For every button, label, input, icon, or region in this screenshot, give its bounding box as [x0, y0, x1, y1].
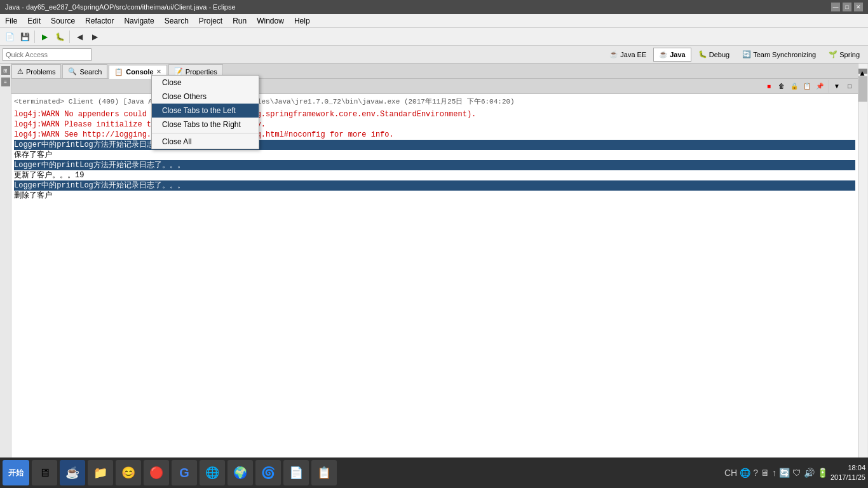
editor-area: ⚠ Problems 🔍 Search 📋 Console ✕ 📝 Proper… [11, 64, 858, 469]
toolbar: 📄 💾 ▶ 🐛 ◀ ▶ [0, 28, 868, 46]
taskbar-app-circle[interactable]: 🌀 [255, 460, 281, 485]
menu-help[interactable]: Help [289, 14, 315, 27]
tray-update: 🔄 [779, 468, 790, 478]
search-icon: 🔍 [68, 67, 77, 76]
console-copy-btn[interactable]: 📋 [801, 81, 813, 92]
console-line-3: Logger中的printLog方法开始记录日志了。。。 [14, 140, 855, 150]
close-button[interactable]: ✕ [854, 3, 863, 11]
toolbar-separator-1 [34, 30, 35, 43]
menu-file[interactable]: File [0, 14, 22, 27]
tray-lang: CH [724, 468, 737, 478]
tab-bar: ⚠ Problems 🔍 Search 📋 Console ✕ 📝 Proper… [11, 64, 858, 79]
console-line-7: Logger中的printLog方法开始记录日志了。。。 [14, 180, 855, 191]
right-panel: ▲ ▼ [858, 64, 868, 469]
menu-edit[interactable]: Edit [22, 14, 46, 27]
minimize-button[interactable]: — [831, 3, 840, 11]
menu-window[interactable]: Window [252, 14, 289, 27]
taskbar-app-clip[interactable]: 📋 [311, 460, 337, 485]
menu-navigate[interactable]: Navigate [119, 14, 159, 27]
perspective-debug[interactable]: 🐛 Debug [693, 48, 735, 62]
tray-arrow-up: ↑ [772, 468, 776, 478]
console-content[interactable]: <terminated> Client (409) [Java Applicat… [11, 94, 858, 469]
console-toolbar-sep [828, 80, 829, 93]
console-terminate-btn[interactable]: ■ [763, 81, 775, 92]
tray-shield: 🛡 [792, 468, 801, 478]
taskbar-app-explorer[interactable]: 🖥 [32, 460, 57, 485]
forward-button[interactable]: ▶ [88, 30, 102, 44]
console-toolbar: ■ 🗑 🔒 📋 📌 ▼ □ [11, 79, 858, 94]
debug-button[interactable]: 🐛 [53, 30, 67, 44]
taskbar-time: 18:04 [831, 463, 865, 473]
start-button[interactable]: 开始 [3, 460, 29, 485]
titlebar-title: Java - day65_ee287_04springAOP/src/com/i… [5, 3, 236, 11]
toolbar-separator-2 [69, 30, 70, 43]
tray-battery: 🔋 [817, 468, 828, 478]
taskbar-app-red[interactable]: 🔴 [144, 460, 169, 485]
perspective-java[interactable]: ☕ Java [653, 48, 691, 62]
console-maximize-btn[interactable]: □ [844, 81, 855, 92]
menu-source[interactable]: Source [46, 14, 80, 27]
menu-run[interactable]: Run [227, 14, 252, 27]
menu-refactor[interactable]: Refactor [80, 14, 119, 27]
console-pin-btn[interactable]: 📌 [814, 81, 825, 92]
taskbar-app-eclipse[interactable]: ☕ [60, 460, 85, 485]
taskbar-app-g[interactable]: G [172, 460, 197, 485]
console-line-8: 删除了客户 [14, 191, 855, 201]
console-line-0: log4j:WARN No appenders could be found f… [14, 109, 855, 119]
console-header-line: <terminated> Client (409) [Java Applicat… [14, 97, 855, 107]
taskbar-app-smiley[interactable]: 😊 [116, 460, 141, 485]
back-button[interactable]: ◀ [72, 30, 86, 44]
new-button[interactable]: 📄 [3, 30, 17, 44]
tab-search[interactable]: 🔍 Search [62, 64, 107, 78]
console-line-2: log4j:WARN See http://logging.apache.org… [14, 130, 855, 140]
save-button[interactable]: 💾 [18, 30, 32, 44]
menu-project[interactable]: Project [194, 14, 227, 27]
taskbar-app-chrome1[interactable]: 🌐 [200, 460, 225, 485]
console-clear-btn[interactable]: 🗑 [776, 81, 787, 92]
problems-icon: ⚠ [17, 67, 24, 76]
titlebar: Java - day65_ee287_04springAOP/src/com/i… [0, 0, 868, 14]
tab-problems[interactable]: ⚠ Problems [11, 64, 61, 78]
ctx-separator [152, 133, 259, 133]
console-line-6: 更新了客户。。。19 [14, 170, 855, 180]
tray-help: ? [753, 468, 758, 478]
sidebar-icon-2[interactable]: ≡ [1, 78, 10, 86]
console-icon: 📋 [114, 68, 123, 76]
menubar: File Edit Source Refactor Navigate Searc… [0, 14, 868, 28]
main-area: ⊞ ≡ ⚠ Problems 🔍 Search 📋 Console ✕ 📝 Pr… [0, 64, 868, 469]
tray-network: 🌐 [740, 468, 750, 478]
ctx-close[interactable]: Close [152, 76, 259, 90]
console-line-1: log4j:WARN Please initialize the log4j s… [14, 119, 855, 130]
ctx-close-left[interactable]: Close Tabs to the Left [152, 104, 259, 118]
left-sidebar: ⊞ ≡ [0, 64, 11, 469]
perspective-javaee[interactable]: ☕ Java EE [604, 48, 652, 62]
perspective-team-sync[interactable]: 🔄 Team Synchronizing [736, 48, 822, 62]
perspective-spring[interactable]: 🌱 Spring [823, 48, 865, 62]
tray-monitor: 🖥 [761, 468, 770, 478]
scrollbar-thumb[interactable] [858, 76, 867, 102]
run-button[interactable]: ▶ [37, 30, 51, 44]
taskbar-right: CH 🌐 ? 🖥 ↑ 🔄 🛡 🔊 🔋 18:04 2017/11/25 [724, 463, 865, 483]
console-lines: log4j:WARN No appenders could be found f… [14, 109, 855, 201]
console-line-5: Logger中的printLog方法开始记录日志了。。。 [14, 160, 855, 170]
maximize-button[interactable]: □ [843, 3, 851, 11]
titlebar-controls: — □ ✕ [831, 3, 863, 11]
ctx-close-right[interactable]: Close Tabs to the Right [152, 118, 259, 132]
sidebar-icon-1[interactable]: ⊞ [1, 66, 10, 75]
perspective-bar: ☕ Java EE ☕ Java 🐛 Debug 🔄 Team Synchron… [0, 46, 868, 64]
console-line-4: 保存了客户 [14, 150, 855, 160]
scrollbar-up-arrow[interactable]: ▲ [858, 69, 867, 74]
tray-vol: 🔊 [804, 468, 815, 478]
menu-search[interactable]: Search [159, 14, 194, 27]
ctx-close-all[interactable]: Close All [152, 135, 259, 149]
console-tab-close[interactable]: ✕ [156, 69, 161, 75]
taskbar-clock: 18:04 2017/11/25 [831, 463, 865, 483]
console-scroll-lock-btn[interactable]: 🔒 [789, 81, 800, 92]
ctx-close-others[interactable]: Close Others [152, 90, 259, 104]
taskbar-app-folder[interactable]: 📁 [88, 460, 113, 485]
taskbar-app-chrome2[interactable]: 🌍 [227, 460, 253, 485]
context-menu: Close Close Others Close Tabs to the Lef… [151, 75, 259, 149]
taskbar-app-word[interactable]: 📄 [283, 460, 309, 485]
console-minimize-btn[interactable]: ▼ [831, 81, 843, 92]
quick-access-input[interactable] [3, 48, 92, 61]
